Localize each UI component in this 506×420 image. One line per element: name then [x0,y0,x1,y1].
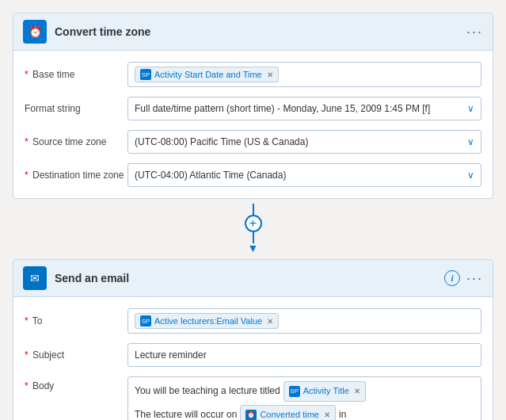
subject-row: * Subject Lecture reminder [13,338,493,372]
dest-timezone-row: * Destination time zone (UTC-04:00) Atla… [13,158,493,192]
source-timezone-label: * Source time zone [25,136,127,147]
convert-card-header: ⏰ Convert time zone ··· [13,13,493,51]
subject-value[interactable]: Lecture reminder [127,343,481,367]
body-row: * Body You will be teaching a lecture ti… [13,372,493,420]
dest-tz-required: * [25,170,29,181]
convert-time-zone-card: ⏰ Convert time zone ··· * Base time SP A… [13,13,493,199]
converted-time-icon: ⏰ [245,410,257,420]
base-time-row: * Base time SP Activity Start Date and T… [13,57,493,92]
body-line1-text: You will be teaching a lecture titled [135,383,280,400]
send-email-card: ✉ Send an email i ··· * To SP Active lec… [13,259,493,420]
email-card-header: ✉ Send an email i ··· [13,260,493,297]
activity-title-icon: SP [289,386,300,397]
convert-more-menu[interactable]: ··· [466,24,483,40]
source-timezone-value: (UTC-08:00) Pacific Time (US & Canada) [135,136,308,147]
to-required: * [25,315,29,326]
subject-text: Lecture reminder [135,349,207,361]
to-label: * To [25,315,127,326]
converted-time-text: Converted time [260,407,319,420]
base-time-required: * [25,69,29,80]
email-info-icon[interactable]: i [444,270,460,286]
dest-timezone-label: * Destination time zone [25,170,127,181]
body-line-1: You will be teaching a lecture titled SP… [135,381,474,402]
activity-title-close[interactable]: ✕ [354,384,360,399]
body-required: * [25,380,29,391]
body-label: * Body [25,376,127,391]
email-icon: ✉ [23,266,47,290]
to-token-text: Active lecturers:Email Value [154,316,262,326]
email-card-body: * To SP Active lecturers:Email Value ✕ *… [13,297,493,420]
source-timezone-row: * Source time zone (UTC-08:00) Pacific T… [13,125,493,158]
convert-card-body: * Base time SP Activity Start Date and T… [13,51,493,198]
dest-timezone-value: (UTC-04:00) Atlantic Time (Canada) [135,170,286,181]
body-value[interactable]: You will be teaching a lecture titled SP… [127,376,481,420]
connector: + ▼ [245,199,262,259]
convert-header-right: ··· [466,24,483,40]
body-line2-text1: The lecture will occur on [135,407,237,420]
connector-plus-button[interactable]: + [245,215,262,232]
body-line2-text2: in [339,407,346,420]
converted-time-token[interactable]: ⏰ Converted time ✕ [240,405,336,420]
convert-icon: ⏰ [23,20,47,44]
subject-label: * Subject [25,349,127,361]
email-card-title: Send an email [55,272,129,284]
connector-arrow: ▼ [248,242,259,254]
to-token-icon: SP [140,315,151,326]
format-string-label: Format string [25,103,127,114]
base-time-token-close[interactable]: ✕ [267,71,273,79]
email-header-right: i ··· [444,270,483,287]
dest-timezone-dropdown[interactable]: (UTC-04:00) Atlantic Time (Canada) ∨ [127,163,481,187]
base-time-value[interactable]: SP Activity Start Date and Time ✕ [127,62,481,87]
source-tz-required: * [25,136,29,147]
base-time-token[interactable]: SP Activity Start Date and Time ✕ [135,67,279,82]
converted-time-close[interactable]: ✕ [324,408,330,420]
base-time-label: * Base time [25,69,127,80]
source-timezone-chevron: ∨ [467,136,474,147]
format-string-dropdown[interactable]: Full date/time pattern (short time) - Mo… [127,97,481,120]
activity-title-token[interactable]: SP Activity Title ✕ [283,381,366,402]
base-time-token-icon: SP [140,69,151,80]
format-string-chevron: ∨ [467,103,474,114]
subject-required: * [25,349,29,361]
dest-timezone-chevron: ∨ [467,170,474,181]
format-string-value: Full date/time pattern (short time) - Mo… [135,103,467,114]
activity-title-text: Activity Title [303,384,349,399]
to-row: * To SP Active lecturers:Email Value ✕ [13,304,493,338]
convert-header-left: ⏰ Convert time zone [23,20,150,44]
format-string-row: Format string Full date/time pattern (sh… [13,92,493,125]
to-value[interactable]: SP Active lecturers:Email Value ✕ [127,308,481,334]
to-token-close[interactable]: ✕ [267,317,273,326]
source-timezone-dropdown[interactable]: (UTC-08:00) Pacific Time (US & Canada) ∨ [127,130,481,154]
to-token[interactable]: SP Active lecturers:Email Value ✕ [135,313,279,329]
base-time-token-text: Activity Start Date and Time [154,70,262,79]
email-header-left: ✉ Send an email [23,266,129,290]
email-more-menu[interactable]: ··· [466,270,483,287]
convert-card-title: Convert time zone [55,25,150,38]
connector-line-top [253,204,254,215]
body-line-2: The lecture will occur on ⏰ Converted ti… [135,405,474,420]
